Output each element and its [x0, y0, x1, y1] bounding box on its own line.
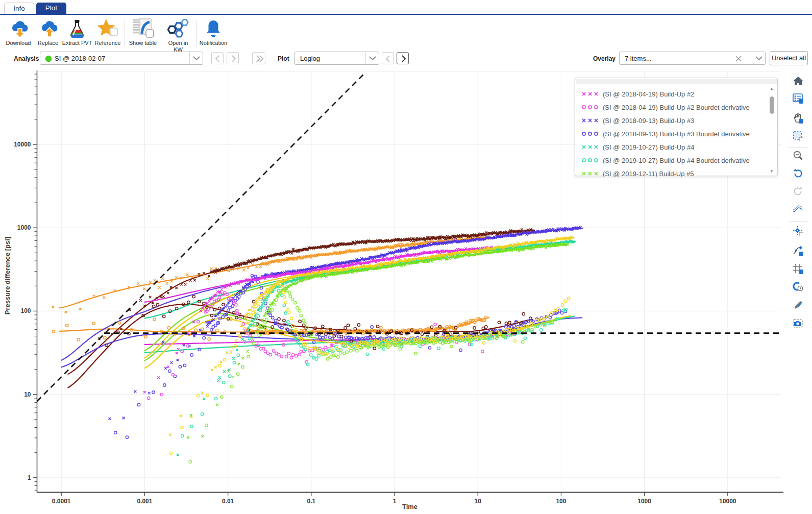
svg-text:(SI @ 2018-04-19) Build-Up #2: (SI @ 2018-04-19) Build-Up #2	[603, 90, 694, 98]
svg-text:0.01: 0.01	[222, 498, 234, 505]
svg-text:Pressure difference [psi]: Pressure difference [psi]	[4, 237, 11, 314]
svg-text:10000: 10000	[14, 141, 31, 148]
svg-text:1000: 1000	[637, 498, 651, 505]
svg-text:(SI @ 2018-09-13) Build-Up #3: (SI @ 2018-09-13) Build-Up #3	[603, 117, 694, 125]
svg-text:10000: 10000	[719, 498, 736, 505]
svg-text:0.0001: 0.0001	[52, 498, 71, 505]
svg-text:(SI @ 2018-09-13) Build-Up #3: (SI @ 2018-09-13) Build-Up #3 Bourdet de…	[603, 130, 750, 138]
svg-text:1000: 1000	[17, 224, 31, 231]
svg-text:0.1: 0.1	[307, 498, 315, 505]
svg-text:(SI @ 2019-12-11) Build-Up #5: (SI @ 2019-12-11) Build-Up #5	[603, 170, 694, 177]
svg-text:1: 1	[393, 498, 397, 505]
svg-text:0.001: 0.001	[137, 498, 152, 505]
svg-text:10: 10	[475, 498, 482, 505]
svg-text:100: 100	[556, 498, 566, 505]
svg-text:(SI @ 2019-10-27) Build-Up #4: (SI @ 2019-10-27) Build-Up #4 Bourdet de…	[603, 157, 750, 164]
svg-text:1: 1	[28, 474, 31, 481]
svg-text:10: 10	[24, 391, 31, 398]
svg-text:(SI @ 2019-10-27) Build-Up #4: (SI @ 2019-10-27) Build-Up #4	[603, 143, 694, 151]
svg-text:100: 100	[20, 307, 31, 314]
svg-text:Time: Time	[402, 503, 417, 510]
svg-text:(SI @ 2018-04-19) Build-Up #2: (SI @ 2018-04-19) Build-Up #2 Bourdet de…	[603, 104, 750, 111]
